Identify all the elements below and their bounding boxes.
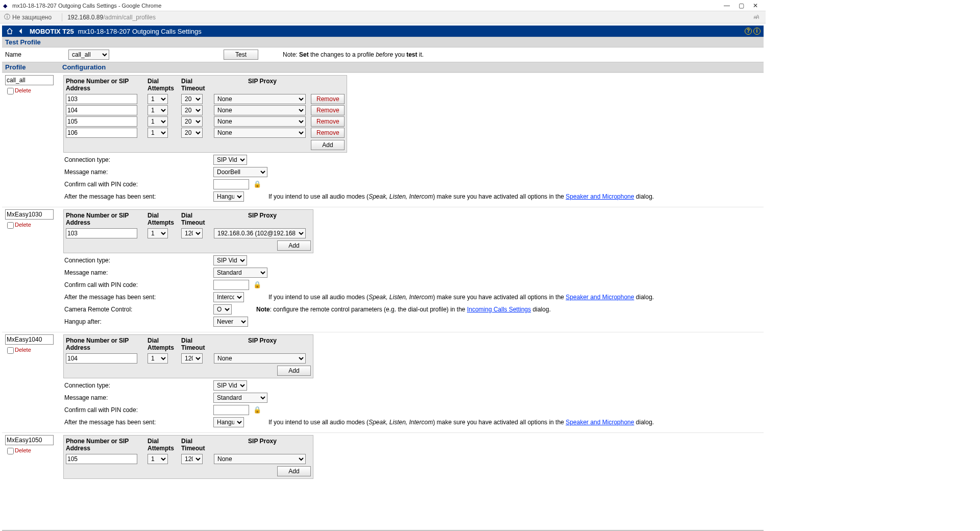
dial-attempts-select[interactable]: 1 bbox=[148, 105, 168, 115]
config-label: Connection type: bbox=[64, 156, 213, 163]
window-minimize-button[interactable]: — bbox=[720, 2, 734, 9]
add-button[interactable]: Add bbox=[311, 140, 345, 150]
dial-timeout-select[interactable]: 20 bbox=[181, 116, 203, 127]
incoming-calls-link[interactable]: Incoming Calls Settings bbox=[467, 306, 531, 313]
connection-type-select[interactable]: SIP Video bbox=[213, 255, 247, 266]
info-icon-header[interactable]: i bbox=[753, 28, 761, 35]
dial-row: 120NoneRemove bbox=[66, 116, 345, 127]
remove-button[interactable]: Remove bbox=[311, 116, 345, 127]
sip-proxy-select[interactable]: None bbox=[214, 353, 306, 364]
confirm-pin-input[interactable] bbox=[213, 280, 249, 290]
sip-proxy-select[interactable]: None bbox=[214, 454, 306, 464]
profile-name-input[interactable] bbox=[5, 334, 54, 345]
dial-attempts-select[interactable]: 1 bbox=[148, 228, 168, 238]
lock-icon: 🔒 bbox=[253, 281, 261, 288]
config-note: Note: configure the remote control param… bbox=[256, 306, 764, 313]
delete-checkbox[interactable] bbox=[7, 448, 14, 454]
sip-proxy-select[interactable]: None bbox=[214, 94, 306, 104]
phone-input[interactable] bbox=[66, 94, 137, 104]
home-icon[interactable] bbox=[5, 27, 14, 36]
col-proxy: SIP Proxy bbox=[214, 337, 311, 351]
remove-button[interactable]: Remove bbox=[311, 105, 345, 115]
dial-attempts-select[interactable]: 1 bbox=[148, 128, 168, 138]
message-name-select[interactable]: Standard bbox=[213, 268, 267, 278]
after-sent-select[interactable]: Intercom bbox=[213, 292, 244, 302]
col-attempts: Dial Attempts bbox=[148, 337, 181, 351]
delete-checkbox[interactable] bbox=[7, 222, 14, 229]
dial-table: Phone Number or SIP AddressDial Attempts… bbox=[63, 334, 313, 378]
confirm-pin-input[interactable] bbox=[213, 405, 249, 415]
dial-timeout-select[interactable]: 20 bbox=[181, 94, 203, 104]
dial-attempts-select[interactable]: 1 bbox=[148, 353, 168, 364]
config-label: Confirm call with PIN code: bbox=[64, 281, 213, 288]
config-label: Connection type: bbox=[64, 382, 213, 389]
config-note: If you intend to use all audio modes (Sp… bbox=[268, 419, 764, 426]
brand-label: MOBOTIX T25 bbox=[30, 28, 74, 35]
dial-attempts-select[interactable]: 1 bbox=[148, 94, 168, 104]
sip-proxy-select[interactable]: None bbox=[214, 128, 306, 138]
sip-proxy-select[interactable]: 192.168.0.36 (102@192.168.0.36) bbox=[214, 228, 306, 238]
dial-timeout-select[interactable]: 120 bbox=[181, 454, 203, 464]
section-test-profile: Test Profile bbox=[2, 37, 764, 47]
dial-timeout-select[interactable]: 20 bbox=[181, 105, 203, 115]
dial-row: 120NoneRemove bbox=[66, 94, 345, 104]
lock-icon: 🔒 bbox=[253, 180, 261, 188]
config-label: After the message has been sent: bbox=[64, 294, 213, 301]
sip-proxy-select[interactable]: None bbox=[214, 105, 306, 115]
profile-name-input[interactable] bbox=[5, 75, 54, 85]
remove-button[interactable]: Remove bbox=[311, 128, 345, 138]
profile-heading: Profile bbox=[2, 63, 62, 71]
delete-checkbox[interactable] bbox=[7, 88, 14, 94]
message-name-select[interactable]: Standard bbox=[213, 393, 267, 403]
config-label: After the message has been sent: bbox=[64, 419, 213, 426]
dial-attempts-select[interactable]: 1 bbox=[148, 116, 168, 127]
help-icon[interactable]: ? bbox=[745, 28, 752, 35]
phone-input[interactable] bbox=[66, 228, 137, 238]
speaker-mic-link[interactable]: Speaker and Microphone bbox=[566, 193, 634, 200]
remove-button[interactable]: Remove bbox=[311, 94, 345, 104]
hangup-after-select[interactable]: Never bbox=[213, 317, 248, 327]
after-sent-select[interactable]: Hangup bbox=[213, 191, 244, 202]
addr-separator bbox=[62, 13, 62, 21]
phone-input[interactable] bbox=[66, 454, 137, 464]
dial-timeout-select[interactable]: 120 bbox=[181, 228, 203, 238]
add-button[interactable]: Add bbox=[277, 240, 311, 251]
col-phone: Phone Number or SIP Address bbox=[66, 212, 148, 226]
delete-checkbox[interactable] bbox=[7, 347, 14, 354]
confirm-pin-input[interactable] bbox=[213, 179, 249, 189]
page-title: mx10-18-178-207 Outgoing Calls Settings bbox=[78, 28, 202, 35]
insecure-indicator: ⓘ Не защищено bbox=[4, 13, 52, 21]
browser-address-bar[interactable]: ⓘ Не защищено 192.168.0.89/admin/call_pr… bbox=[0, 11, 766, 23]
back-icon[interactable] bbox=[16, 27, 26, 36]
speaker-mic-link[interactable]: Speaker and Microphone bbox=[566, 294, 634, 301]
profile-name-input[interactable] bbox=[5, 435, 54, 445]
camera-remote-select[interactable]: On bbox=[213, 304, 232, 315]
connection-type-select[interactable]: SIP Video bbox=[213, 155, 247, 165]
dial-timeout-select[interactable]: 120 bbox=[181, 353, 203, 364]
config-label: After the message has been sent: bbox=[64, 193, 213, 200]
add-button[interactable]: Add bbox=[277, 466, 311, 476]
window-maximize-button[interactable]: ▢ bbox=[734, 2, 748, 9]
profile-select[interactable]: call_all bbox=[68, 50, 109, 60]
window-close-button[interactable]: ✕ bbox=[748, 2, 763, 9]
profile-name-input[interactable] bbox=[5, 209, 54, 220]
profile-block: DeletePhone Number or SIP AddressDial At… bbox=[2, 207, 764, 332]
config-label: Confirm call with PIN code: bbox=[64, 406, 213, 414]
config-note: If you intend to use all audio modes (Sp… bbox=[268, 294, 764, 301]
speaker-mic-link[interactable]: Speaker and Microphone bbox=[566, 419, 634, 426]
after-sent-select[interactable]: Hangup bbox=[213, 417, 244, 427]
phone-input[interactable] bbox=[66, 105, 137, 115]
sip-proxy-select[interactable]: None bbox=[214, 116, 306, 127]
col-proxy: SIP Proxy bbox=[214, 438, 311, 452]
add-button[interactable]: Add bbox=[277, 366, 311, 376]
phone-input[interactable] bbox=[66, 128, 137, 138]
dial-attempts-select[interactable]: 1 bbox=[148, 454, 168, 464]
translate-icon[interactable]: 🗚 bbox=[753, 13, 762, 21]
dial-timeout-select[interactable]: 20 bbox=[181, 128, 203, 138]
message-name-select[interactable]: DoorBell bbox=[213, 167, 267, 177]
phone-input[interactable] bbox=[66, 353, 137, 364]
test-button[interactable]: Test bbox=[224, 50, 258, 60]
config-label: Message name: bbox=[64, 394, 213, 401]
phone-input[interactable] bbox=[66, 116, 137, 127]
connection-type-select[interactable]: SIP Video bbox=[213, 380, 247, 391]
